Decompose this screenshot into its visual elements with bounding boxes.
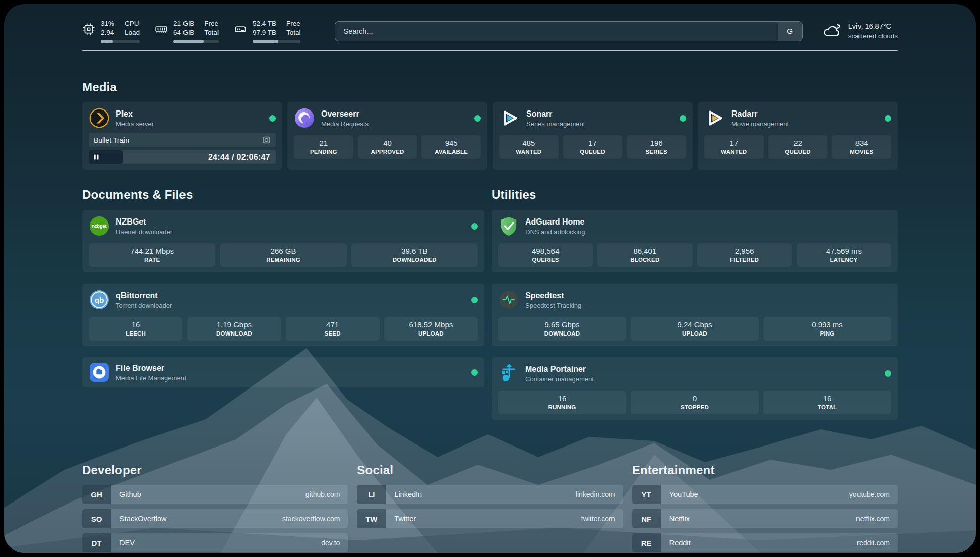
filebrowser-card[interactable]: File Browser Media File Management — [82, 357, 484, 387]
radarr-card[interactable]: Radarr Movie management 17 WANTED 22 QUE… — [698, 102, 898, 170]
speedtest-card[interactable]: Speedtest Speedtest Tracking 9.65 Gbps D… — [492, 284, 898, 346]
overseerr-card[interactable]: Overseerr Media Requests 21 PENDING 40 A… — [287, 102, 487, 170]
stat-block: 0.993 ms PING — [763, 317, 891, 341]
service-subtitle: Container management — [525, 375, 594, 383]
weather-condition: scattered clouds — [848, 32, 898, 41]
memory-free-value: 21 GiB — [173, 19, 194, 28]
stat-label: UPLOAD — [386, 330, 476, 337]
stat-block: 945 AVAILABLE — [421, 135, 481, 159]
status-dot-online — [474, 115, 481, 122]
stat-value: 618.52 Mbps — [386, 320, 476, 329]
qbittorrent-card[interactable]: qb qBittorrent Torrent downloader 16 LEE… — [82, 284, 484, 346]
adguard-card[interactable]: AdGuard Home DNS and adblocking 498,564 … — [492, 210, 898, 272]
stat-label: QUEUED — [770, 149, 826, 155]
stat-value: 39.6 TB — [353, 247, 476, 255]
stat-block: 39.6 TB DOWNLOADED — [351, 243, 478, 267]
stat-block: 9.24 Gbps UPLOAD — [631, 317, 759, 341]
search-bar: G — [335, 21, 802, 41]
sonarr-card[interactable]: Sonarr Series management 485 WANTED 17 Q… — [493, 102, 693, 170]
bookmark-dev[interactable]: DT DEV dev.to — [82, 533, 348, 552]
bookmark-name: Twitter — [394, 515, 416, 523]
service-title: AdGuard Home — [525, 217, 585, 227]
service-subtitle: Speedtest Tracking — [525, 302, 581, 309]
social-bookmarks: Social LI LinkedIn linkedin.com TW Twitt… — [357, 463, 623, 553]
stat-value: 744.21 Mbps — [91, 247, 213, 255]
bookmark-abbr: SO — [82, 509, 111, 528]
stat-label: FILTERED — [699, 257, 790, 263]
memory-progress-track — [173, 40, 219, 43]
service-title: File Browser — [116, 363, 186, 373]
bookmark-linkedin[interactable]: LI LinkedIn linkedin.com — [357, 485, 623, 504]
search-input[interactable] — [335, 27, 777, 35]
weather-widget: Lviv, 16.87°C scattered clouds — [822, 22, 898, 41]
bookmark-twitter[interactable]: TW Twitter twitter.com — [357, 509, 623, 528]
bookmark-name: StackOverflow — [119, 515, 166, 523]
bookmark-name: YouTube — [669, 490, 698, 498]
adguard-icon — [498, 215, 519, 237]
nzbget-card[interactable]: nzbget NZBGet Usenet downloader 744.21 M… — [82, 210, 484, 272]
cpu-load-label: Load — [125, 28, 140, 37]
bookmark-url: youtube.com — [849, 490, 890, 498]
bookmark-abbr: NF — [632, 509, 661, 528]
service-subtitle: Media Requests — [321, 120, 369, 128]
stat-label: REMAINING — [222, 257, 344, 263]
svg-text:nzbget: nzbget — [92, 224, 106, 229]
now-playing-row: Bullet Train — [89, 133, 276, 147]
disk-total-value: 97.9 TB — [253, 28, 276, 37]
stat-label: RUNNING — [500, 404, 624, 410]
stat-label: RATE — [91, 257, 213, 263]
portainer-card[interactable]: Media Portainer Container management 16 … — [492, 357, 898, 420]
stat-block: 196 SERIES — [627, 135, 686, 159]
stat-block: 86,401 BLOCKED — [597, 243, 692, 267]
stat-block: 16 LEECH — [89, 317, 182, 341]
service-title: NZBGet — [116, 217, 172, 227]
stat-label: WANTED — [501, 149, 557, 155]
bookmark-name: Reddit — [669, 539, 691, 547]
stat-label: QUERIES — [500, 257, 591, 263]
stat-block: 16 RUNNING — [498, 391, 626, 414]
bookmark-url: reddit.com — [857, 539, 890, 547]
stat-label: DOWNLOAD — [500, 330, 624, 337]
section-title-documents: Documents & Files — [82, 188, 484, 202]
plex-card[interactable]: Plex Media server Bullet Train — [82, 102, 282, 170]
overseerr-icon — [294, 107, 315, 129]
stat-value: 22 — [770, 139, 826, 147]
radarr-icon — [704, 107, 725, 129]
stat-label: PENDING — [296, 149, 351, 155]
stat-label: APPROVED — [360, 149, 415, 155]
bookmark-netflix[interactable]: NF Netflix netflix.com — [632, 509, 898, 528]
stat-value: 266 GB — [222, 247, 344, 255]
pause-icon — [94, 153, 99, 162]
stat-value: 9.65 Gbps — [500, 320, 624, 329]
stat-block: 17 WANTED — [704, 135, 764, 159]
section-title-entertainment: Entertainment — [632, 463, 898, 477]
service-title: Plex — [116, 109, 154, 119]
stat-value: 86,401 — [599, 247, 690, 255]
disk-progress-track — [253, 40, 301, 43]
service-title: qBittorrent — [116, 291, 172, 300]
bookmark-reddit[interactable]: RE Reddit reddit.com — [632, 533, 898, 552]
memory-icon — [155, 23, 168, 38]
cpu-chip-icon — [82, 23, 95, 38]
stat-value: 945 — [423, 139, 479, 147]
google-search-button[interactable]: G — [778, 22, 802, 41]
cpu-usage-value: 31% — [101, 19, 114, 28]
bookmark-stackoverflow[interactable]: SO StackOverflow stackoverflow.com — [82, 509, 348, 528]
service-subtitle: Torrent downloader — [116, 302, 172, 309]
status-dot-online — [471, 297, 478, 303]
bookmark-url: dev.to — [321, 539, 340, 547]
service-title: Radarr — [731, 109, 789, 119]
stat-value: 196 — [629, 139, 684, 147]
bookmark-abbr: GH — [82, 485, 111, 504]
service-title: Sonarr — [526, 109, 585, 119]
disk-icon — [234, 23, 247, 38]
stat-label: LEECH — [91, 330, 180, 337]
service-subtitle: Series management — [526, 120, 585, 128]
bookmark-youtube[interactable]: YT YouTube youtube.com — [632, 485, 898, 504]
stat-value: 485 — [501, 139, 557, 147]
stat-label: QUEUED — [565, 149, 621, 155]
bookmark-github[interactable]: GH Github github.com — [82, 485, 348, 504]
stat-block: 498,564 QUERIES — [498, 243, 593, 267]
bookmark-abbr: RE — [632, 533, 661, 552]
stat-block: 22 QUEUED — [768, 135, 828, 159]
